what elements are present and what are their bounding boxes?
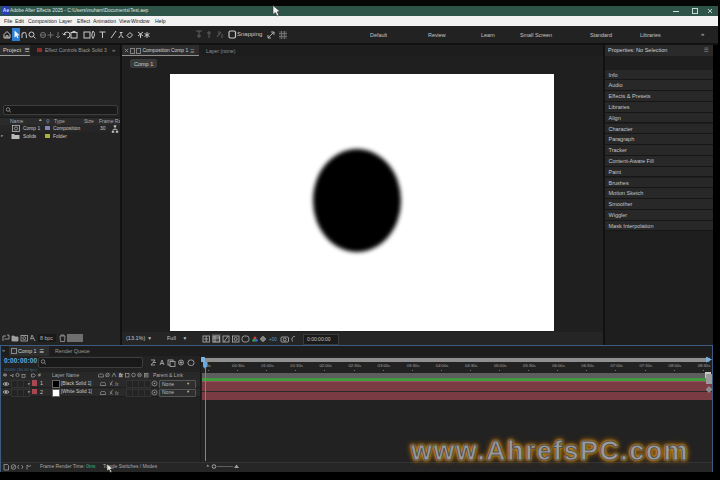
- svg-text:fx: fx: [115, 382, 119, 387]
- svg-text:+00: +00: [269, 337, 277, 342]
- svg-text:fx: fx: [119, 373, 123, 378]
- svg-text:fx: fx: [115, 390, 119, 395]
